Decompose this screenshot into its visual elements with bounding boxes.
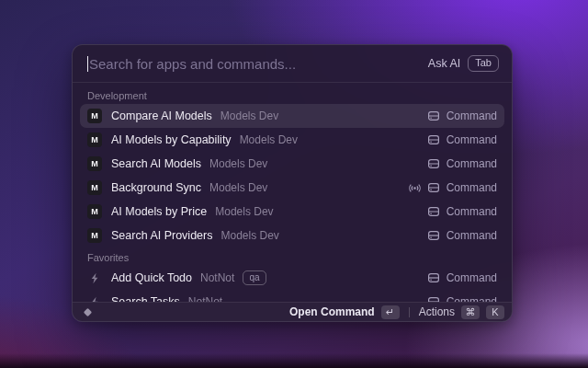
footer-bar: Open Command ↵ Actions ⌘ K [73, 302, 512, 321]
item-title: Search AI Models [111, 157, 201, 170]
item-accessories: Command [427, 295, 497, 302]
tab-key-badge: Tab [468, 55, 499, 72]
item-subtitle: Models Dev [209, 181, 267, 194]
command-icon [427, 205, 440, 218]
command-icon [427, 181, 440, 194]
item-title: Search Tasks [111, 295, 180, 302]
item-type-label: Command [447, 181, 497, 194]
item-accessories: Command [427, 109, 497, 122]
item-subtitle: Models Dev [220, 229, 278, 242]
list-item[interactable]: Search TasksNotNotCommand [80, 290, 504, 302]
list-item[interactable]: MSearch AI ProvidersModels DevCommand [80, 224, 504, 247]
models-dev-app-icon: M [87, 228, 102, 243]
command-icon [427, 295, 440, 302]
item-subtitle: Models Dev [209, 157, 267, 170]
cmd-key-badge: ⌘ [461, 305, 480, 319]
item-title: AI Models by Price [111, 205, 207, 218]
item-title: Add Quick Todo [111, 271, 192, 284]
item-accessories: Command [427, 205, 497, 218]
models-dev-app-icon: M [87, 180, 102, 195]
open-command-action[interactable]: Open Command [289, 305, 375, 318]
command-icon [427, 109, 440, 122]
item-accessories: Command [427, 133, 497, 146]
footer-divider [409, 307, 410, 317]
item-accessories: Command [427, 271, 497, 284]
item-type-label: Command [447, 229, 497, 242]
item-type-label: Command [447, 205, 497, 218]
section-header: Development [80, 86, 504, 104]
list-item[interactable]: MAI Models by CapabilityModels DevComman… [80, 128, 504, 152]
broadcast-icon [409, 182, 421, 194]
item-accessories: Command [427, 157, 497, 170]
item-title: Background Sync [111, 181, 201, 194]
launcher-window: Ask AI Tab DevelopmentMCompare AI Models… [72, 44, 513, 322]
results-list: DevelopmentMCompare AI ModelsModels DevC… [73, 83, 512, 302]
command-icon [427, 271, 440, 284]
item-title: AI Models by Capability [111, 133, 232, 146]
section-header: Favorites [80, 247, 504, 266]
item-type-label: Command [447, 133, 497, 146]
zap-icon [87, 270, 102, 285]
ask-ai-button[interactable]: Ask AI Tab [428, 55, 499, 72]
item-title: Search AI Providers [111, 229, 212, 242]
item-subtitle: Models Dev [220, 109, 278, 122]
command-icon [427, 157, 440, 170]
list-item[interactable]: MBackground SyncModels DevCommand [80, 176, 504, 200]
list-item[interactable]: Add Quick TodoNotNotqaCommand [80, 266, 504, 290]
models-dev-app-icon: M [87, 156, 102, 171]
ask-ai-label: Ask AI [428, 57, 460, 70]
command-icon [427, 229, 440, 242]
list-item[interactable]: MCompare AI ModelsModels DevCommand [80, 104, 504, 128]
item-type-label: Command [447, 295, 497, 302]
item-title: Compare AI Models [111, 109, 212, 122]
search-input[interactable] [88, 45, 428, 82]
item-subtitle: NotNot [200, 271, 234, 284]
item-subtitle: NotNot [188, 295, 222, 302]
item-accessories: Command [427, 229, 497, 242]
models-dev-app-icon: M [87, 132, 102, 147]
alias-badge: qa [243, 270, 266, 285]
k-key-badge: K [486, 305, 504, 319]
command-icon [427, 133, 440, 146]
enter-key-badge: ↵ [381, 305, 400, 319]
models-dev-app-icon: M [87, 109, 102, 123]
item-type-label: Command [447, 109, 497, 122]
item-type-label: Command [447, 157, 497, 170]
list-item[interactable]: MSearch AI ModelsModels DevCommand [80, 152, 504, 176]
search-bar: Ask AI Tab [73, 45, 512, 83]
actions-button[interactable]: Actions [419, 305, 455, 318]
raycast-logo-icon [82, 306, 94, 318]
models-dev-app-icon: M [87, 204, 102, 219]
list-item[interactable]: MAI Models by PriceModels DevCommand [80, 200, 504, 224]
item-accessories: Command [409, 181, 497, 194]
zap-icon [87, 294, 102, 302]
item-subtitle: Models Dev [215, 205, 273, 218]
item-subtitle: Models Dev [240, 133, 298, 146]
item-type-label: Command [447, 271, 497, 284]
